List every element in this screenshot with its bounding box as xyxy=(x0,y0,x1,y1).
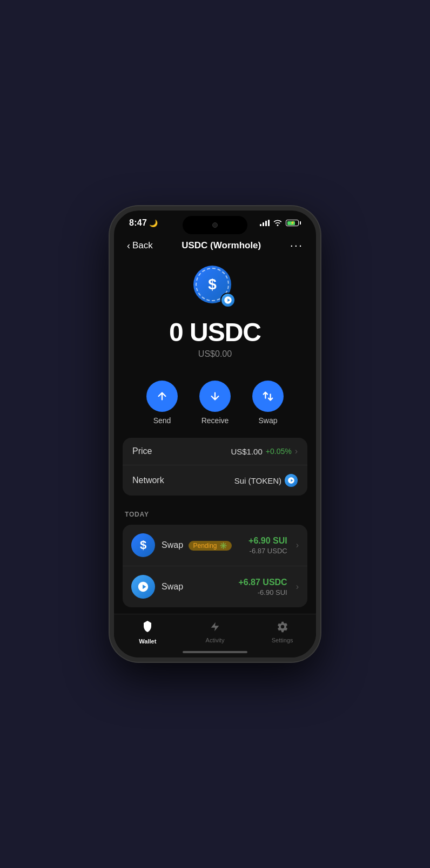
dynamic-island xyxy=(183,216,247,234)
home-indicator-bar xyxy=(183,651,247,653)
token-dollar-symbol: $ xyxy=(208,276,217,293)
battery-icon: ⚡ xyxy=(286,220,301,226)
tx-amount-positive-2: +6.87 USDC xyxy=(238,578,287,587)
tab-activity[interactable]: Activity xyxy=(196,621,234,643)
network-value: Sui (TOKEN) xyxy=(234,476,281,485)
transaction-row-1[interactable]: $ Swap Pending ✳️ +6.90 SUI -6.87 USDC › xyxy=(123,525,307,566)
tx-amounts-1: +6.90 SUI -6.87 USDC xyxy=(248,536,287,555)
transactions-card: $ Swap Pending ✳️ +6.90 SUI -6.87 USDC › xyxy=(123,525,307,607)
moon-icon: 🌙 xyxy=(149,219,158,227)
camera-dot xyxy=(212,222,218,228)
transaction-row-2[interactable]: Swap +6.87 USDC -6.90 SUI › xyxy=(123,566,307,607)
tab-bar: Wallet Activity Settings xyxy=(114,614,316,647)
token-header: $ 0 USDC US$0.00 xyxy=(114,257,316,372)
price-change: +0.05% xyxy=(266,447,292,456)
network-label: Network xyxy=(132,476,164,485)
wifi-icon xyxy=(273,219,283,228)
balance-amount: 0 USDC xyxy=(169,317,261,347)
send-button[interactable]: Send xyxy=(146,381,178,425)
back-button[interactable]: ‹ Back xyxy=(127,240,153,252)
swap-circle xyxy=(252,381,284,412)
tx-status-badge-1: Pending ✳️ xyxy=(189,541,231,551)
tx-icon-usdc: $ xyxy=(131,533,155,557)
tx-type-1: Swap xyxy=(162,540,183,550)
network-badge-icon xyxy=(285,474,298,487)
info-card: Price US$1.00 +0.05% › Network Sui (TOKE… xyxy=(123,438,307,496)
tx-amount-negative-1: -6.87 USDC xyxy=(250,547,287,555)
tx-type-2: Swap xyxy=(162,582,183,591)
action-buttons: Send Receive Swap xyxy=(114,372,316,438)
main-content: $ 0 USDC US$0.00 Send xyxy=(114,257,316,614)
tab-wallet-label: Wallet xyxy=(139,638,156,645)
price-value-container: US$1.00 +0.05% › xyxy=(231,446,298,456)
tx-amount-positive-1: +6.90 SUI xyxy=(248,536,287,546)
page-title: USDC (Wormhole) xyxy=(182,240,261,251)
activity-icon xyxy=(209,621,221,635)
send-label: Send xyxy=(153,416,171,425)
send-circle xyxy=(146,381,178,412)
tx-chevron-1: › xyxy=(296,540,299,550)
network-row[interactable]: Network Sui (TOKEN) xyxy=(123,465,307,496)
tx-icon-sui xyxy=(131,575,155,599)
back-chevron-icon: ‹ xyxy=(127,240,130,252)
network-value-container: Sui (TOKEN) xyxy=(234,474,298,487)
tx-amount-negative-2: -6.90 SUI xyxy=(258,588,287,596)
tab-activity-label: Activity xyxy=(206,637,225,643)
tab-settings[interactable]: Settings xyxy=(264,621,301,643)
more-button[interactable]: ··· xyxy=(290,239,303,253)
receive-button[interactable]: Receive xyxy=(199,381,231,425)
price-value: US$1.00 xyxy=(231,447,262,456)
balance-usd: US$0.00 xyxy=(198,349,232,359)
receive-label: Receive xyxy=(201,416,229,425)
back-label: Back xyxy=(132,240,153,251)
status-icons: ⚡ xyxy=(260,219,301,228)
nav-bar: ‹ Back USDC (Wormhole) ··· xyxy=(114,232,316,257)
wallet-icon xyxy=(141,620,154,636)
token-network-badge xyxy=(220,293,236,308)
home-indicator xyxy=(114,647,316,657)
swap-button[interactable]: Swap xyxy=(252,381,284,425)
tab-settings-label: Settings xyxy=(272,637,293,643)
phone-frame: 8:47 🌙 ⚡ xyxy=(110,206,320,662)
price-chevron-icon: › xyxy=(295,446,298,456)
price-label: Price xyxy=(132,446,152,456)
swap-label: Swap xyxy=(258,416,277,425)
status-time: 8:47 xyxy=(129,218,147,228)
tx-info-2: Swap xyxy=(162,582,232,592)
receive-circle xyxy=(199,381,231,412)
tx-chevron-2: › xyxy=(296,582,299,592)
settings-icon xyxy=(277,621,288,635)
tab-wallet[interactable]: Wallet xyxy=(129,620,166,645)
token-icon-wrapper: $ xyxy=(193,266,237,309)
section-label: TODAY xyxy=(114,506,316,525)
tx-amounts-2: +6.87 USDC -6.90 SUI xyxy=(238,578,287,596)
signal-bars xyxy=(260,220,270,226)
tx-info-1: Swap Pending ✳️ xyxy=(162,540,242,551)
price-row[interactable]: Price US$1.00 +0.05% › xyxy=(123,438,307,465)
